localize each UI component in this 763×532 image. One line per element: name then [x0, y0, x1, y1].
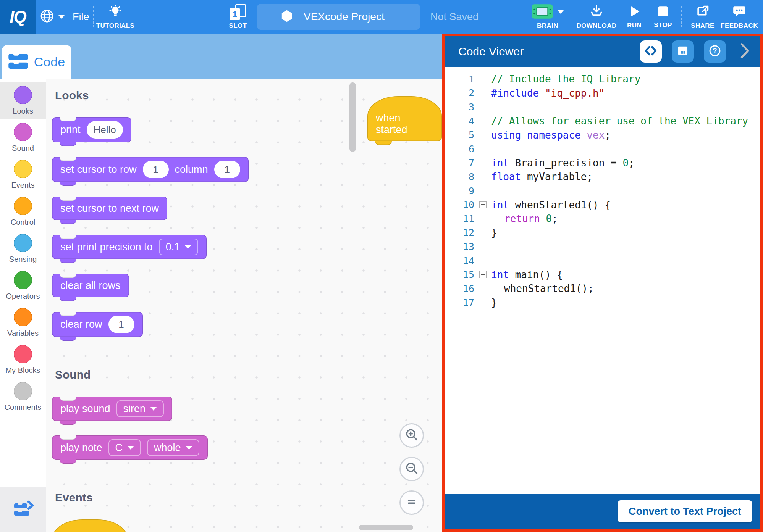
palette-block-print[interactable]: printHello — [52, 117, 131, 142]
sidebar-item-variables[interactable]: Variables — [0, 304, 46, 341]
block-label: play sound — [60, 403, 110, 415]
zoom-in-button[interactable] — [399, 423, 424, 448]
caret-down-icon — [150, 407, 157, 411]
stop-button[interactable]: STOP — [650, 0, 676, 34]
help-button[interactable]: ? — [704, 40, 726, 63]
sidebar-item-control[interactable]: Control — [0, 193, 46, 230]
palette-block-when-started[interactable]: when started — [52, 519, 128, 532]
line-number: 16 — [445, 283, 474, 294]
sidebar-item-my-blocks[interactable]: My Blocks — [0, 341, 46, 378]
palette-block-play-sound[interactable]: play soundsiren — [52, 397, 172, 421]
collapse-panel-button[interactable] — [736, 40, 753, 63]
line-number: 5 — [445, 129, 474, 140]
block-input-oval[interactable]: 1 — [214, 161, 240, 178]
fold-icon[interactable] — [479, 201, 487, 208]
palette-block-clear-all-rows[interactable]: clear all rows — [52, 274, 129, 297]
sidebar-item-sound[interactable]: Sound — [0, 119, 46, 156]
tab-code[interactable]: Code — [2, 45, 71, 79]
palette-block-set-cursor-to-next-row[interactable]: set cursor to next row — [52, 197, 167, 220]
fold-icon[interactable] — [479, 271, 487, 278]
palette-toggle-button[interactable] — [0, 487, 46, 532]
palette-block-clear-row[interactable]: clear row1 — [52, 312, 143, 337]
brain-selector[interactable]: BRAIN — [526, 0, 569, 34]
project-name-button[interactable]: VEXcode Project — [257, 4, 420, 30]
palette-section-title-sound: Sound — [55, 368, 91, 381]
device-icon — [676, 44, 689, 59]
events-category-icon — [14, 160, 32, 178]
block-label: clear row — [60, 319, 102, 330]
canvas-when-started-block[interactable]: when started — [367, 96, 442, 141]
share-button[interactable]: SHARE — [688, 0, 717, 34]
code-line: 11return 0; — [445, 212, 760, 226]
sidebar-item-operators[interactable]: Operators — [0, 267, 46, 304]
line-number: 3 — [445, 102, 474, 113]
variables-category-icon — [14, 308, 32, 326]
language-selector[interactable] — [39, 0, 65, 34]
code-viewer-title: Code Viewer — [458, 45, 524, 58]
slot-button[interactable]: 1 SLOT — [221, 0, 254, 34]
line-number: 2 — [445, 87, 474, 98]
operators-category-icon — [14, 271, 32, 289]
sidebar-item-label: Comments — [5, 403, 42, 412]
zoom-out-button[interactable] — [399, 457, 424, 481]
block-dropdown[interactable]: whole — [147, 439, 199, 456]
block-label: set cursor to next row — [60, 203, 159, 214]
convert-to-text-button[interactable]: Convert to Text Project — [618, 500, 752, 522]
code-line: 13 — [445, 240, 760, 254]
tutorials-button[interactable]: TUTORIALS — [96, 0, 134, 34]
caret-down-icon — [58, 15, 65, 19]
code-line: 15int main() { — [445, 268, 760, 282]
top-toolbar: IQ File TU — [0, 0, 763, 34]
palette-scrollbar[interactable] — [349, 82, 356, 152]
caret-down-icon — [558, 10, 564, 14]
zoom-reset-button[interactable] — [399, 490, 424, 515]
palette-block-set-print-precision-to[interactable]: set print precision to0.1 — [52, 235, 207, 259]
block-input-oval[interactable]: 1 — [143, 161, 169, 178]
run-icon — [627, 5, 641, 20]
palette-block-set-cursor-to-row[interactable]: set cursor to row1column1 — [52, 157, 249, 182]
sidebar-item-sensing[interactable]: Sensing — [0, 230, 46, 267]
block-label: set print precision to — [60, 241, 153, 253]
code-line: 16whenStarted1(); — [445, 282, 760, 296]
sidebar-item-comments[interactable]: Comments — [0, 378, 46, 415]
slot-icon: 1 — [230, 4, 246, 20]
block-workspace[interactable]: LooksprintHelloset cursor to row1column1… — [46, 79, 442, 532]
sidebar-item-label: Looks — [13, 107, 33, 116]
block-dropdown[interactable]: C — [108, 439, 141, 456]
code-line: 2#include "iq_cpp.h" — [445, 86, 760, 100]
file-menu[interactable]: File — [73, 0, 89, 34]
caret-down-icon — [184, 245, 191, 249]
block-dropdown[interactable]: siren — [116, 400, 164, 417]
sidebar-item-label: Sensing — [9, 255, 37, 264]
code-editor[interactable]: 1// Include the IQ Library2#include "iq_… — [445, 67, 760, 494]
download-button[interactable]: DOWNLOAD — [575, 0, 618, 34]
code-line: 10int whenStarted1() { — [445, 198, 760, 212]
code-view-toggle-button[interactable] — [640, 40, 662, 63]
line-number: 14 — [445, 255, 474, 266]
code-line: 6 — [445, 142, 760, 156]
block-palette: LooksprintHelloset cursor to row1column1… — [52, 79, 373, 532]
run-button[interactable]: RUN — [622, 0, 646, 34]
hexagon-icon — [280, 9, 294, 24]
block-label: play note — [60, 442, 102, 454]
toolbar-divider — [93, 6, 94, 27]
sidebar-item-events[interactable]: Events — [0, 156, 46, 193]
code-line: 17} — [445, 296, 760, 310]
code-line: 8float myVariable; — [445, 170, 760, 184]
comments-category-icon — [14, 382, 32, 400]
lightbulb-icon — [108, 4, 123, 20]
line-number: 8 — [445, 171, 474, 182]
download-icon — [589, 4, 604, 20]
block-input-oval[interactable]: 1 — [108, 316, 134, 333]
block-input-oval[interactable]: Hello — [87, 121, 123, 139]
sidebar-item-looks[interactable]: Looks — [0, 82, 46, 119]
feedback-button[interactable]: FEEDBACK — [719, 0, 759, 34]
canvas-horizontal-scrollbar[interactable] — [359, 525, 413, 530]
device-code-button[interactable] — [672, 40, 694, 63]
globe-icon — [39, 8, 55, 25]
code-line: 14 — [445, 254, 760, 268]
block-dropdown[interactable]: 0.1 — [159, 239, 199, 255]
line-number: 13 — [445, 241, 474, 252]
palette-block-play-note[interactable]: play noteCwhole — [52, 435, 208, 460]
block-label: clear all rows — [60, 280, 121, 292]
